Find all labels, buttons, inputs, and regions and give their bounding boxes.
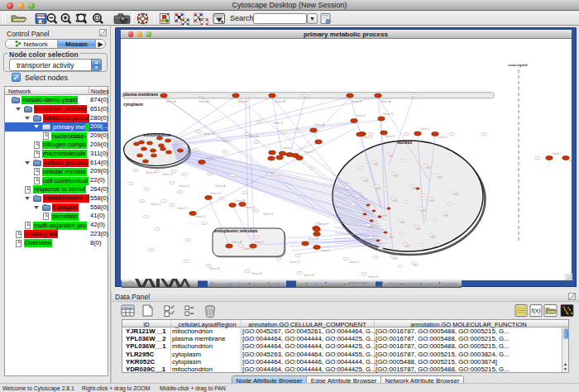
svg-text:plasma membrane: plasma membrane — [123, 93, 158, 97]
svg-text:Gene-I: Gene-I — [553, 152, 562, 155]
svg-text:orf4: orf4 — [412, 187, 417, 190]
svg-text:Gene-G: Gene-G — [203, 132, 214, 136]
svg-text:nucleus: nucleus — [396, 141, 411, 145]
svg-text:orf4: orf4 — [421, 209, 426, 213]
svg-text:Gene-E: Gene-E — [235, 199, 246, 203]
svg-text:Gene-N: Gene-N — [209, 267, 220, 270]
svg-text:Gene-D: Gene-D — [383, 112, 394, 116]
svg-text:Gene-C: Gene-C — [151, 203, 161, 206]
svg-text:endoplasmic reticulum: endoplasmic reticulum — [214, 229, 257, 233]
svg-text:orf4: orf4 — [364, 179, 369, 183]
svg-text:f(x): f(x) — [532, 307, 541, 314]
svg-text:orf6: orf6 — [368, 226, 373, 229]
svg-text:Gene-Q: Gene-Q — [245, 206, 256, 209]
svg-text:orf6: orf6 — [426, 166, 431, 170]
svg-text:cytoplasm: cytoplasm — [123, 103, 143, 107]
svg-text:Gene-O: Gene-O — [177, 207, 188, 210]
svg-text:Gene-A: Gene-A — [232, 241, 242, 244]
svg-text:Gene-K: Gene-K — [356, 114, 366, 117]
svg-text:Gene-H: Gene-H — [237, 100, 248, 103]
svg-text:orf0: orf0 — [431, 236, 436, 239]
svg-text:Gene-O: Gene-O — [243, 247, 254, 251]
svg-text:Gene-Q: Gene-Q — [162, 173, 173, 176]
svg-text:orf7: orf7 — [394, 174, 399, 178]
svg-text:orf4: orf4 — [376, 187, 381, 190]
svg-text:Gene-Q: Gene-Q — [195, 215, 206, 218]
svg-text:mitochondrion: mitochondrion — [143, 133, 171, 137]
svg-text:orf2: orf2 — [454, 193, 459, 196]
svg-text:Gene-K: Gene-K — [290, 261, 300, 264]
svg-text:orf1: orf1 — [444, 214, 449, 218]
svg-text:Gene-J: Gene-J — [438, 136, 447, 139]
svg-text:Gene-M: Gene-M — [275, 100, 285, 103]
svg-text:orf7: orf7 — [414, 264, 419, 267]
svg-text:Gene-Q: Gene-Q — [146, 171, 156, 174]
svg-text:Gene-E: Gene-E — [251, 272, 262, 275]
svg-text:Gene-A: Gene-A — [380, 100, 391, 103]
svg-text:Gene-A: Gene-A — [314, 123, 325, 127]
svg-text:Gene-S: Gene-S — [263, 213, 274, 216]
svg-text:Gene-I: Gene-I — [255, 241, 264, 244]
svg-text:Gene-M: Gene-M — [308, 237, 318, 241]
svg-text:Gene-A: Gene-A — [199, 100, 209, 103]
svg-text:orf2: orf2 — [374, 163, 379, 166]
svg-text:orf0: orf0 — [438, 176, 443, 179]
svg-text:orf1: orf1 — [389, 155, 394, 158]
svg-text:orf8: orf8 — [416, 227, 421, 231]
svg-text:unassigned: unassigned — [508, 63, 528, 67]
svg-text:Gene-O: Gene-O — [210, 192, 221, 195]
svg-text:orf0: orf0 — [400, 221, 405, 224]
svg-text:Gene-F: Gene-F — [385, 135, 395, 138]
svg-text:orf8: orf8 — [393, 257, 398, 261]
svg-text:orf2: orf2 — [405, 245, 410, 248]
svg-text:Gene-F: Gene-F — [318, 222, 329, 226]
svg-text:Gene-F: Gene-F — [352, 100, 362, 103]
svg-text:Gene-A: Gene-A — [215, 184, 226, 188]
svg-text:orf1: orf1 — [430, 199, 435, 203]
svg-text:Gene-A: Gene-A — [248, 135, 259, 138]
svg-text:orf7: orf7 — [380, 249, 385, 252]
svg-text:Gene-I: Gene-I — [304, 151, 313, 154]
svg-text:Gene-Q: Gene-Q — [179, 184, 189, 188]
svg-text:Gene-I: Gene-I — [321, 249, 330, 252]
svg-text:Gene-I: Gene-I — [205, 156, 214, 160]
svg-text:Gene-I: Gene-I — [222, 140, 231, 143]
svg-text:Gene-C: Gene-C — [349, 261, 360, 264]
svg-text:orf1: orf1 — [393, 199, 398, 203]
svg-text:Gene-K: Gene-K — [273, 122, 284, 125]
svg-text:Gene-A: Gene-A — [165, 100, 176, 103]
svg-text:Gene-H: Gene-H — [304, 274, 314, 277]
svg-text:orf0: orf0 — [389, 236, 394, 239]
svg-text:orf1: orf1 — [383, 214, 388, 218]
svg-text:Gene-I: Gene-I — [420, 127, 429, 131]
svg-text:Gene-C: Gene-C — [283, 146, 294, 150]
svg-text:Gene-I: Gene-I — [569, 160, 572, 163]
svg-text:Gene-S: Gene-S — [362, 136, 373, 139]
